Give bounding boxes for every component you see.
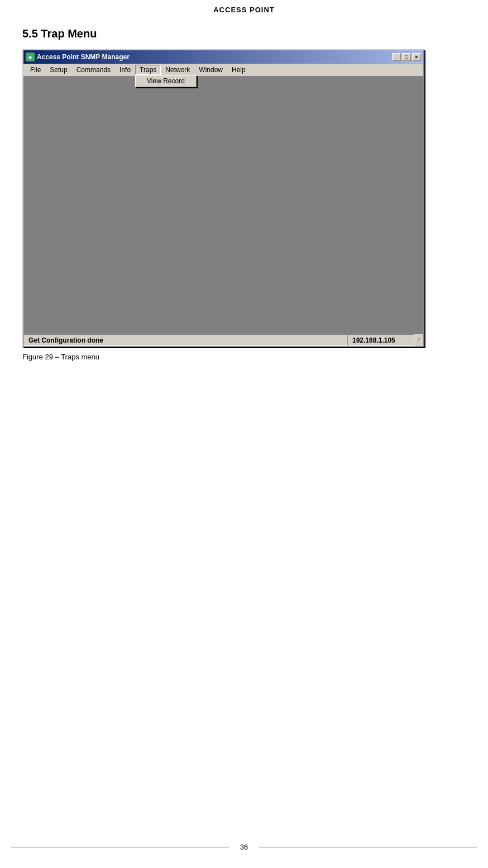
app-icon: ♣ xyxy=(26,53,35,61)
status-text: Get Configuration done xyxy=(23,334,347,346)
menu-file[interactable]: File xyxy=(26,65,45,75)
main-content xyxy=(23,77,423,334)
figure-caption: Figure 29 – Traps menu xyxy=(0,347,488,367)
application-window: ♣ Access Point SNMP Manager _ □ × File S… xyxy=(22,49,424,347)
titlebar: ♣ Access Point SNMP Manager _ □ × xyxy=(23,50,423,64)
menu-help[interactable]: Help xyxy=(227,65,250,75)
menubar: File Setup Commands Info Traps View Reco… xyxy=(23,64,423,77)
close-button[interactable]: × xyxy=(412,53,421,61)
window-title: Access Point SNMP Manager xyxy=(37,53,130,61)
statusbar: Get Configuration done 192.168.1.105 // xyxy=(23,334,423,346)
minimize-button[interactable]: _ xyxy=(392,53,401,61)
restore-button[interactable]: □ xyxy=(402,53,411,61)
menu-traps[interactable]: Traps xyxy=(135,65,161,75)
menu-window[interactable]: Window xyxy=(194,65,227,75)
menu-info[interactable]: Info xyxy=(115,65,135,75)
menu-setup[interactable]: Setup xyxy=(45,65,71,75)
page-number: 36 xyxy=(240,843,248,851)
menu-network[interactable]: Network xyxy=(161,65,194,75)
resize-grip[interactable]: // xyxy=(414,334,423,346)
menu-commands[interactable]: Commands xyxy=(72,65,115,75)
page-header: ACCESS POINT xyxy=(0,0,488,17)
traps-dropdown: View Record xyxy=(135,75,197,87)
section-title: 5.5 Trap Menu xyxy=(0,17,488,49)
menu-item-view-record[interactable]: View Record xyxy=(136,75,196,87)
page-footer: 36 xyxy=(0,843,488,851)
status-ip: 192.168.1.105 xyxy=(347,334,414,346)
